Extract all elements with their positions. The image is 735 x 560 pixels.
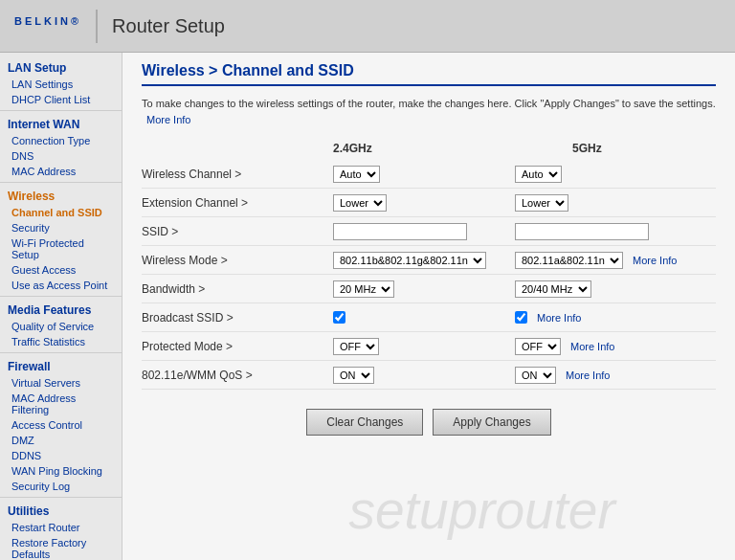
control-24ghz bbox=[333, 223, 496, 240]
logo: BELKIN® bbox=[14, 13, 81, 38]
clear-changes-button[interactable]: Clear Changes bbox=[306, 409, 423, 436]
control-5ghz: 20/40 MHz bbox=[515, 280, 591, 298]
sidebar-link[interactable]: Access Control bbox=[0, 417, 122, 433]
select-5ghz[interactable]: OFF bbox=[515, 338, 561, 355]
checkbox-5ghz[interactable] bbox=[515, 311, 527, 324]
control-5ghz: OFFMore Info bbox=[515, 338, 614, 355]
sidebar-section: Internet WAN bbox=[0, 114, 122, 133]
apply-changes-button[interactable]: Apply Changes bbox=[433, 409, 550, 436]
sidebar-link[interactable]: Restore Factory Defaults bbox=[0, 535, 122, 560]
control-24ghz bbox=[333, 311, 496, 324]
sidebar-divider bbox=[0, 110, 122, 111]
control-5ghz: More Info bbox=[515, 311, 581, 324]
sidebar-link[interactable]: DHCP Client List bbox=[0, 92, 122, 107]
freq-24-header: 2.4GHz bbox=[333, 142, 477, 155]
sidebar-link[interactable]: Security Log bbox=[0, 479, 122, 494]
header-divider bbox=[96, 10, 98, 43]
sidebar-link[interactable]: DMZ bbox=[0, 433, 122, 448]
sidebar-link[interactable]: Channel and SSID bbox=[0, 205, 122, 220]
sidebar-link[interactable]: MAC Address Filtering bbox=[0, 391, 122, 417]
sidebar-link[interactable]: WAN Ping Blocking bbox=[0, 463, 122, 479]
freq-headers: 2.4GHz 5GHz bbox=[333, 142, 716, 155]
setting-row: Protected Mode >OFFOFFMore Info bbox=[142, 332, 716, 361]
sidebar-link[interactable]: DNS bbox=[0, 148, 122, 164]
select-24ghz[interactable]: OFF bbox=[333, 338, 379, 355]
sidebar-section: Wireless bbox=[0, 186, 122, 205]
sidebar-link[interactable]: MAC Address bbox=[0, 164, 122, 179]
select-24ghz[interactable]: ON bbox=[333, 367, 374, 384]
sidebar-link[interactable]: Restart Router bbox=[0, 520, 122, 535]
sidebar-link[interactable]: Virtual Servers bbox=[0, 375, 122, 391]
content-area: Wireless > Channel and SSID To make chan… bbox=[122, 53, 735, 560]
sidebar-divider bbox=[0, 296, 122, 297]
setting-controls bbox=[333, 223, 716, 240]
sidebar-link[interactable]: Guest Access bbox=[0, 262, 122, 278]
sidebar-section: LAN Setup bbox=[0, 57, 122, 77]
sidebar-section: Media Features bbox=[0, 300, 122, 319]
setting-controls: More Info bbox=[333, 311, 716, 324]
sidebar: LAN SetupLAN SettingsDHCP Client ListInt… bbox=[0, 53, 122, 560]
sidebar-section: Utilities bbox=[0, 501, 122, 520]
setting-label: Extension Channel > bbox=[142, 196, 333, 210]
checkbox-24ghz[interactable] bbox=[333, 311, 345, 324]
control-24ghz: OFF bbox=[333, 338, 496, 355]
setting-controls: OFFOFFMore Info bbox=[333, 338, 716, 355]
setting-controls: LowerLower bbox=[333, 194, 716, 212]
setting-controls: 802.11b&802.11g&802.11n802.11a&802.11nMo… bbox=[333, 252, 716, 269]
header-more-info-link[interactable]: More Info bbox=[146, 114, 190, 125]
sidebar-link[interactable]: LAN Settings bbox=[0, 77, 122, 92]
setting-label: Bandwidth > bbox=[142, 282, 333, 296]
setting-controls: ONONMore Info bbox=[333, 367, 716, 384]
sidebar-divider bbox=[0, 497, 122, 498]
freq-5-header: 5GHz bbox=[572, 142, 716, 155]
setting-label: Wireless Mode > bbox=[142, 254, 333, 267]
sidebar-link[interactable]: Quality of Service bbox=[0, 319, 122, 334]
select-5ghz[interactable]: 802.11a&802.11n bbox=[515, 252, 623, 269]
sidebar-link[interactable]: DDNS bbox=[0, 448, 122, 463]
control-24ghz: Lower bbox=[333, 194, 496, 212]
settings-rows: Wireless Channel >AutoAutoExtension Chan… bbox=[142, 160, 716, 390]
setting-row: SSID > bbox=[142, 217, 716, 246]
more-info-link[interactable]: More Info bbox=[570, 341, 614, 352]
setting-row: Extension Channel >LowerLower bbox=[142, 189, 716, 217]
more-info-link[interactable]: More Info bbox=[537, 312, 581, 324]
more-info-link[interactable]: More Info bbox=[566, 370, 610, 381]
setting-row: Bandwidth >20 MHz20/40 MHz bbox=[142, 275, 716, 303]
control-24ghz: Auto bbox=[333, 166, 496, 183]
select-5ghz[interactable]: 20/40 MHz bbox=[515, 280, 591, 298]
setting-label: Broadcast SSID > bbox=[142, 311, 333, 325]
button-row: Clear Changes Apply Changes bbox=[142, 409, 716, 436]
select-5ghz[interactable]: Lower bbox=[515, 194, 568, 212]
sidebar-link[interactable]: Use as Access Point bbox=[0, 278, 122, 293]
setting-controls: 20 MHz20/40 MHz bbox=[333, 280, 716, 298]
select-24ghz[interactable]: 20 MHz bbox=[333, 280, 394, 298]
select-24ghz[interactable]: Auto bbox=[333, 166, 380, 183]
control-24ghz: ON bbox=[333, 367, 496, 384]
sidebar-link[interactable]: Traffic Statistics bbox=[0, 334, 122, 349]
setting-label: Wireless Channel > bbox=[142, 168, 333, 181]
watermark: setuprouter bbox=[349, 480, 615, 541]
text-5ghz[interactable] bbox=[515, 223, 649, 240]
sidebar-link[interactable]: Security bbox=[0, 220, 122, 235]
description-text: To make changes to the wireless settings… bbox=[142, 98, 716, 109]
header: BELKIN® Router Setup bbox=[0, 0, 735, 53]
more-info-link[interactable]: More Info bbox=[633, 255, 677, 266]
select-24ghz[interactable]: 802.11b&802.11g&802.11n bbox=[333, 252, 486, 269]
setting-controls: AutoAuto bbox=[333, 166, 716, 183]
sidebar-link[interactable]: Connection Type bbox=[0, 133, 122, 148]
sidebar-section: Firewall bbox=[0, 356, 122, 375]
control-24ghz: 20 MHz bbox=[333, 280, 496, 298]
main-layout: LAN SetupLAN SettingsDHCP Client ListInt… bbox=[0, 53, 735, 560]
setting-label: 802.11e/WMM QoS > bbox=[142, 369, 333, 382]
sidebar-divider bbox=[0, 352, 122, 353]
select-5ghz[interactable]: ON bbox=[515, 367, 556, 384]
select-24ghz[interactable]: Lower bbox=[333, 194, 387, 212]
sidebar-divider bbox=[0, 182, 122, 183]
select-5ghz[interactable]: Auto bbox=[515, 166, 562, 183]
control-24ghz: 802.11b&802.11g&802.11n bbox=[333, 252, 496, 269]
setting-row: Wireless Mode >802.11b&802.11g&802.11n80… bbox=[142, 246, 716, 275]
sidebar-link[interactable]: Wi-Fi Protected Setup bbox=[0, 235, 122, 262]
control-5ghz: 802.11a&802.11nMore Info bbox=[515, 252, 677, 269]
setting-row: 802.11e/WMM QoS >ONONMore Info bbox=[142, 361, 716, 390]
text-24ghz[interactable] bbox=[333, 223, 467, 240]
